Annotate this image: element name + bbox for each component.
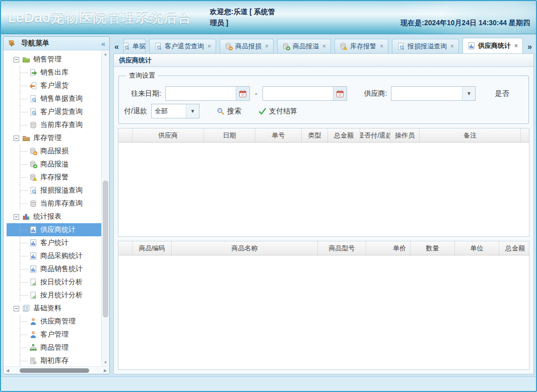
tabs-scroll-right-button[interactable]: » [526,42,533,53]
collapse-toggle-icon[interactable] [14,57,19,62]
collapse-toggle-icon[interactable] [14,306,19,311]
sidebar-collapse-button[interactable]: « [101,39,105,48]
tree-guide [20,269,28,270]
scrollbar-thumb[interactable] [103,180,108,317]
collapse-toggle-icon[interactable] [14,214,19,220]
paid-label-suffix: 付/退款 [124,107,147,116]
column-header-total-amount[interactable]: 总金额 [499,241,529,255]
column-header-supplier[interactable]: 供应商 [132,128,204,142]
sidebar-item-customer-mgmt[interactable]: 客户管理 [7,328,101,341]
column-header-type[interactable]: 类型 [302,128,328,142]
doc-search-icon [29,186,37,194]
sidebar-item-goods-purchase-stats[interactable]: 商品采购统计 [7,249,101,263]
column-header-quantity[interactable]: 数量 [411,241,455,255]
settle-button[interactable]: 支付结算 [258,107,297,116]
tab-customer-return-query[interactable]: 客户退货查询 × [149,39,216,53]
collapse-toggle-icon[interactable] [14,136,19,141]
close-icon[interactable]: × [380,43,383,50]
sidebar-item-goods-sales-stats[interactable]: 商品销售统计 [7,263,101,276]
close-icon[interactable]: × [514,42,518,49]
tab-label: 库存报警 [350,42,376,51]
chevron-down-icon[interactable]: ▼ [462,87,475,100]
sidebar-item-stock-mgmt[interactable]: 库存管理 [7,132,101,145]
doc-chart-icon [29,291,37,299]
close-icon[interactable]: × [450,43,454,50]
tab-supplier-stats[interactable]: 供应商统计 × [462,38,523,53]
tab-label: 供应商统计 [478,41,511,50]
sidebar-item-daily-stats[interactable]: 按日统计分析 [7,276,101,289]
doc-search-icon [29,95,37,103]
goods-table-header: 商品编码 商品名称 商品型号 单价 数量 单位 总金额 [118,241,529,255]
tree-guide [20,86,28,86]
folder-stock-icon [22,134,30,142]
tab-sales-order-query[interactable]: 单据查询 × [123,39,146,53]
sidebar-item-customer-stats[interactable]: 客户统计 [7,236,101,249]
sidebar-item-base-data[interactable]: 基础资料 [7,302,101,315]
column-header-order-no[interactable]: 单号 [255,128,302,142]
close-icon[interactable]: × [265,43,268,50]
column-header-goods-code[interactable]: 商品编码 [132,241,172,255]
column-header-goods-model[interactable]: 商品型号 [318,241,366,255]
date-to-input[interactable] [263,87,333,100]
sidebar-item-monthly-stats[interactable]: 按月统计分析 [7,289,101,302]
close-icon[interactable]: × [208,43,211,50]
sidebar-item-current-stock-query[interactable]: 当前库存查询 [7,118,101,132]
paid-select[interactable]: 全部 ▼ [151,104,199,118]
column-header-unit-price[interactable]: 单价 [366,241,411,255]
calendar-icon [336,90,344,98]
chevron-down-icon[interactable]: ▼ [186,104,199,118]
tab-goods-loss[interactable]: 商品报损 × [220,39,274,53]
sidebar-item-stats-report[interactable]: 统计报表 [7,210,101,223]
column-header-operator[interactable]: 操作员 [390,128,420,142]
sidebar-item-customer-return-query[interactable]: 客户退货查询 [7,105,101,118]
doc-search-icon [397,42,405,50]
close-icon[interactable]: × [322,43,326,50]
column-header-goods-name[interactable]: 商品名称 [172,241,318,255]
sidebar-item-sales-order-query[interactable]: 销售单据查询 [7,92,101,105]
scroll-right-icon[interactable]: ▶ [101,368,109,373]
doc-search-icon [29,108,37,116]
date-from-input[interactable] [166,87,236,100]
scroll-up-icon[interactable]: ▲ [102,52,109,56]
sidebar-item-sales-mgmt[interactable]: 销售管理 [7,53,101,66]
sidebar-item-current-stock-query-2[interactable]: 当前库存查询 [7,197,101,210]
column-header-remark[interactable]: 备注 [420,128,521,142]
calendar-button[interactable] [333,87,347,100]
sidebar-item-sales-out[interactable]: 销售出库 [7,66,101,79]
sidebar-vertical-scrollbar[interactable]: ▲ ▼ [101,50,109,366]
tab-stock-alert[interactable]: 库存报警 × [334,39,388,53]
sidebar-horizontal-scrollbar[interactable]: ◀ ▶ [4,366,109,374]
column-header-paid[interactable]: 是否付/退款 [360,128,390,142]
tree-guide [20,73,28,73]
tabs-scroll-left-button[interactable]: « [113,42,120,53]
column-header[interactable] [118,241,132,255]
supplier-table-body[interactable] [118,143,529,236]
column-header-total[interactable]: 总金额 [328,128,360,142]
supplier-select[interactable]: ▼ [391,86,476,101]
doc-chart-icon [29,278,37,286]
sidebar-item-loss-overflow-query[interactable]: 报损报溢查询 [7,184,101,197]
sidebar-item-goods-mgmt[interactable]: 商品管理 [7,341,101,354]
tree-guide [20,361,28,361]
sidebar-item-supplier-stats[interactable]: 供应商统计 [7,223,101,236]
calendar-button[interactable] [236,87,249,100]
goods-table-body[interactable] [118,255,529,369]
sidebar-item-label: 供应商统计 [40,225,76,234]
tab-goods-overflow[interactable]: 商品报溢 × [277,39,331,53]
column-header[interactable] [118,128,132,142]
sidebar-item-goods-overflow[interactable]: 商品报溢 [7,158,101,171]
sidebar-item-supplier-mgmt[interactable]: 供应商管理 [7,315,101,328]
sidebar-item-stock-alert[interactable]: 库存报警 [7,171,101,184]
scrollbar-thumb[interactable] [20,368,89,373]
scroll-left-icon[interactable]: ◀ [4,368,12,373]
box-icon [29,357,37,365]
scroll-down-icon[interactable]: ▼ [102,360,109,365]
sidebar-item-goods-loss[interactable]: 商品报损 [7,145,101,158]
sidebar-item-initial-stock[interactable]: 期初库存 [7,354,101,366]
search-button[interactable]: 搜索 [217,107,241,116]
sidebar-item-customer-return[interactable]: 客户退货 [7,79,101,92]
column-header-unit[interactable]: 单位 [455,241,499,255]
tab-loss-overflow-query[interactable]: 报损报溢查询 × [392,39,459,53]
column-header-date[interactable]: 日期 [204,128,255,142]
date-range-label: 往来日期: [131,89,161,98]
